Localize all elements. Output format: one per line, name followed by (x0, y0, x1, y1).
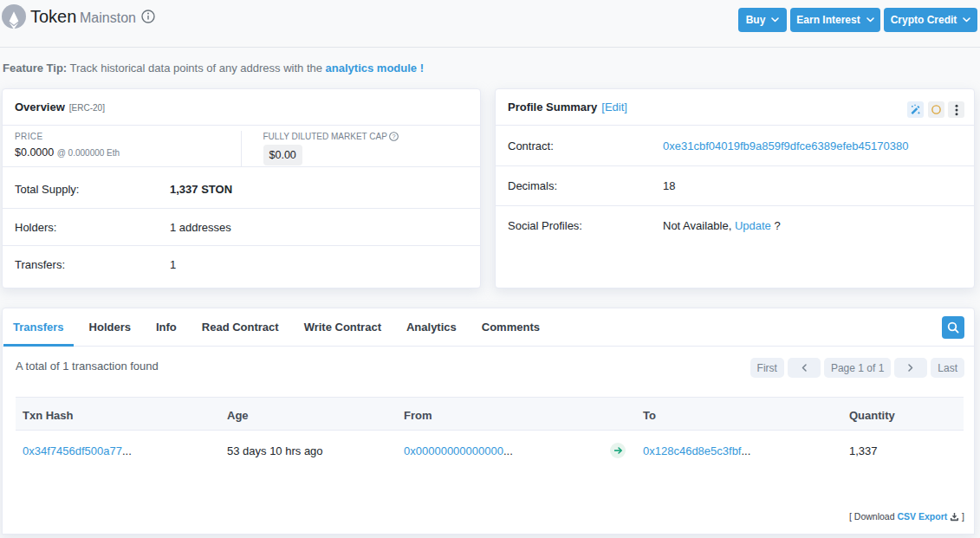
svg-text:?: ? (393, 133, 396, 140)
